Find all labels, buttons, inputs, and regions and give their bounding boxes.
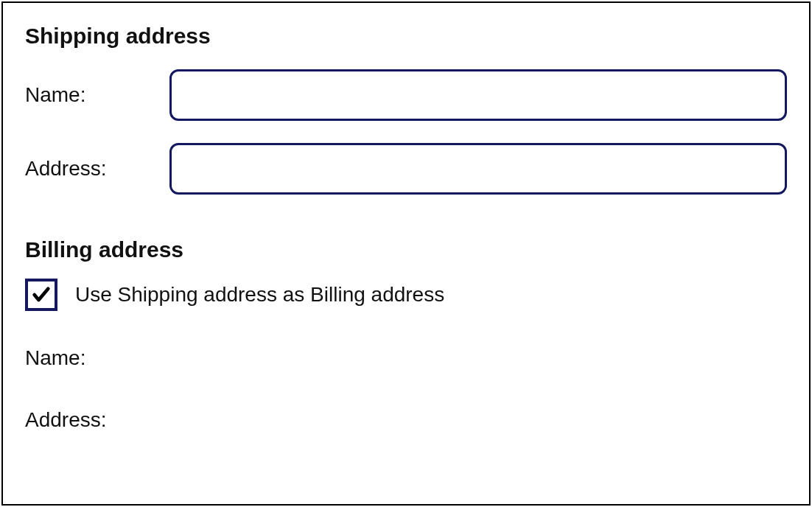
- billing-name-row: Name:: [25, 346, 787, 370]
- billing-heading: Billing address: [25, 237, 787, 262]
- shipping-address-label: Address:: [25, 157, 169, 181]
- shipping-name-label: Name:: [25, 83, 169, 107]
- use-shipping-row: Use Shipping address as Billing address: [25, 279, 787, 311]
- billing-address-label: Address:: [25, 408, 107, 431]
- shipping-name-input[interactable]: [169, 69, 787, 121]
- shipping-address-input[interactable]: [169, 143, 787, 195]
- use-shipping-label: Use Shipping address as Billing address: [75, 283, 444, 307]
- address-form: Shipping address Name: Address: Billing …: [1, 1, 811, 506]
- billing-name-label: Name:: [25, 346, 85, 369]
- billing-address-row: Address:: [25, 408, 787, 432]
- check-icon: [31, 284, 52, 305]
- shipping-name-row: Name:: [25, 69, 787, 121]
- use-shipping-checkbox[interactable]: [25, 279, 57, 311]
- shipping-address-row: Address:: [25, 143, 787, 195]
- shipping-heading: Shipping address: [25, 24, 787, 49]
